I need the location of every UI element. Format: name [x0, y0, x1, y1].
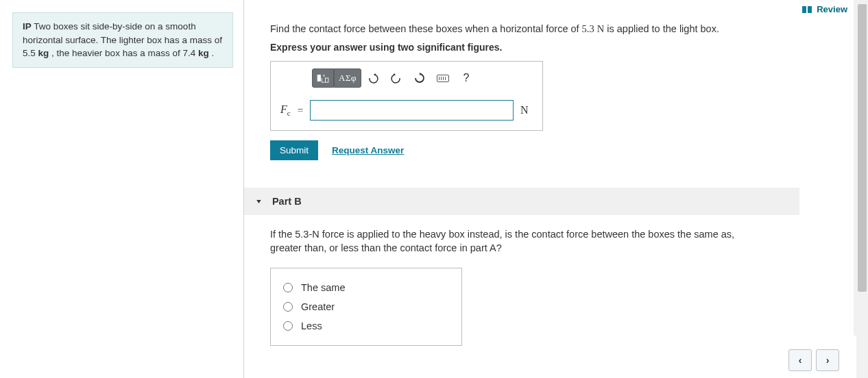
problem-statement: IP Two boxes sit side-by-side on a smoot… — [12, 12, 233, 68]
equation-toolbar: x ΑΣφ ? — [312, 68, 533, 88]
template-button[interactable]: x — [312, 68, 334, 88]
keyboard-button[interactable] — [431, 68, 455, 88]
submit-button[interactable]: Submit — [270, 140, 318, 160]
radio-less[interactable] — [283, 321, 293, 331]
review-link[interactable]: Review — [801, 4, 847, 14]
keyboard-icon — [437, 75, 449, 82]
reset-button[interactable] — [408, 68, 431, 88]
undo-button[interactable] — [361, 68, 385, 88]
part-b-label: Part B — [272, 196, 302, 207]
ip-prefix: IP — [23, 21, 32, 32]
radio-greater-label[interactable]: Greater — [301, 301, 335, 312]
equals-sign: = — [298, 105, 303, 116]
answer-box: x ΑΣφ ? — [270, 61, 543, 131]
part-b-prompt: If the 5.3-N force is applied to the hea… — [270, 227, 764, 255]
svg-text:x: x — [323, 73, 325, 77]
unit-label: N — [520, 104, 533, 116]
request-answer-link[interactable]: Request Answer — [332, 145, 404, 155]
collapse-icon: ▼ — [255, 198, 263, 205]
svg-rect-0 — [317, 75, 320, 81]
radio-greater[interactable] — [283, 302, 293, 312]
radio-less-label[interactable]: Less — [301, 320, 322, 331]
radio-group: The same Greater Less — [270, 268, 462, 346]
radio-same[interactable] — [283, 283, 293, 292]
part-a-instruction: Express your answer using two significan… — [270, 42, 775, 53]
greek-button[interactable]: ΑΣφ — [334, 68, 361, 88]
variable-label: Fc — [280, 103, 291, 117]
next-button[interactable]: › — [816, 349, 839, 371]
radio-same-label[interactable]: The same — [301, 282, 345, 293]
svg-rect-2 — [326, 78, 328, 82]
part-b-header[interactable]: ▼ Part B — [244, 188, 799, 215]
answer-input[interactable] — [310, 100, 514, 121]
part-a-prompt: Find the contact force between these box… — [270, 23, 775, 35]
book-icon — [801, 5, 812, 14]
prev-button[interactable]: ‹ — [788, 349, 812, 371]
redo-button[interactable] — [385, 68, 408, 88]
page-scrollbar[interactable]: ▴ — [856, 0, 868, 378]
scrollbar-thumb[interactable] — [858, 4, 867, 292]
help-button[interactable]: ? — [455, 68, 478, 88]
